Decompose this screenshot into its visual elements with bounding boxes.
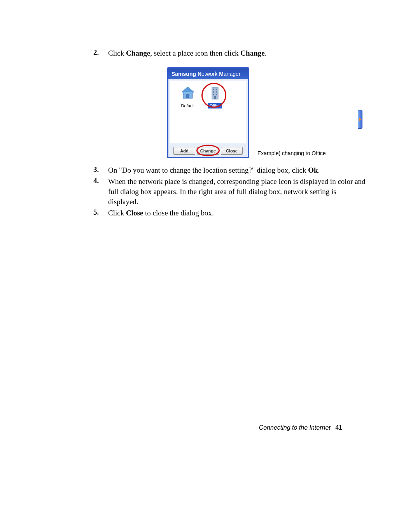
house-icon [180,85,196,101]
svg-rect-7 [216,94,217,95]
svg-rect-8 [214,96,216,99]
step-number: 3. [93,165,108,175]
step-text: Click Close to close the dialog box. [108,208,214,218]
example-screenshot: Samsung Network Manager Default [167,67,362,158]
svg-rect-3 [216,89,217,90]
change-button[interactable]: Change [197,147,219,155]
add-button[interactable]: Add [173,147,195,155]
place-label-office: Office [208,103,222,108]
expand-handle[interactable] [358,110,362,129]
step-5: 5. Click Close to close the dialog box. [93,208,366,218]
step-text: When the network place is changed, corre… [108,177,366,206]
app-title: Samsung Network Manager [172,71,240,77]
svg-rect-4 [213,91,214,93]
place-label-default: Default [180,103,196,108]
icon-area: Default [170,81,246,143]
step-number: 4. [93,177,108,206]
step-text: On "Do you want to change the location s… [108,165,320,175]
svg-rect-5 [216,91,217,93]
place-office[interactable]: Office [202,85,228,109]
title-bar: Samsung Network Manager [168,68,248,79]
svg-rect-0 [186,94,189,98]
page-number: 41 [335,424,342,431]
button-bar: Add Change Close [168,145,248,157]
step-3: 3. On "Do you want to change the locatio… [93,165,366,175]
screenshot-caption: Example) changing to Office [257,150,326,156]
building-icon [207,85,223,101]
app-window: Samsung Network Manager Default [167,67,249,158]
step-number: 5. [93,208,108,218]
step-4: 4. When the network place is changed, co… [93,177,366,206]
step-text: Click Change, select a place icon then c… [108,48,266,58]
close-button[interactable]: Close [221,147,243,155]
page-footer: Connecting to the Internet 41 [259,424,342,431]
svg-rect-2 [213,89,214,90]
step-number: 2. [93,48,108,58]
step-2: 2. Click Change, select a place icon the… [93,48,366,58]
place-default[interactable]: Default [175,85,201,109]
svg-rect-6 [213,94,214,95]
footer-section: Connecting to the Internet [259,424,331,431]
